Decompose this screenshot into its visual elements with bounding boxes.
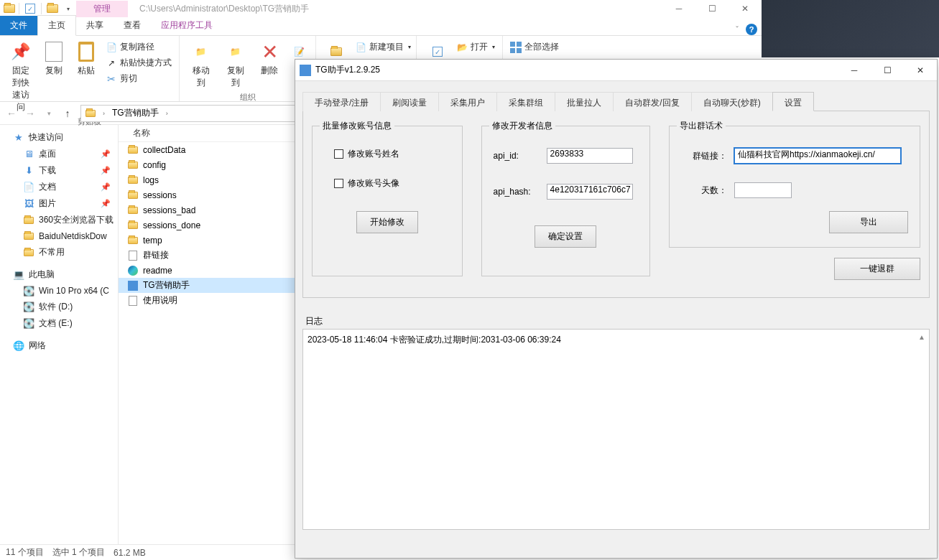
- move-to-button[interactable]: 📁移动到: [185, 39, 217, 90]
- properties-icon[interactable]: ✓: [22, 1, 38, 17]
- nav-forward-button[interactable]: →: [22, 105, 39, 122]
- log-textarea[interactable]: 2023-05-18 11:46:04 卡密验证成功,过期时间:2031-03-…: [302, 329, 930, 530]
- checkbox-icon[interactable]: [334, 149, 343, 159]
- app-exe-icon: [127, 280, 139, 291]
- group-batch-modify: 批量修改账号信息 修改账号姓名 修改账号头像 开始修改: [312, 126, 463, 276]
- api-hash-label: api_hash:: [494, 187, 547, 197]
- copy-to-button[interactable]: 📁复制到: [220, 39, 251, 90]
- scroll-up-icon[interactable]: ▲: [916, 331, 928, 342]
- nav-network[interactable]: 🌐网络: [0, 337, 118, 354]
- paste-button[interactable]: 粘贴: [71, 39, 101, 78]
- maximize-button[interactable]: ☐: [871, 60, 904, 81]
- group-link-label: 群链接：: [681, 150, 727, 162]
- checkbox-icon[interactable]: [334, 179, 343, 188]
- ribbon-tab-share[interactable]: 共享: [76, 16, 114, 35]
- list-item-name: sessions: [143, 190, 177, 200]
- desktop-icon: 🖥: [23, 149, 34, 160]
- copy-button[interactable]: 复制: [39, 39, 69, 78]
- cut-button[interactable]: ✂剪切: [104, 72, 173, 85]
- tg-tab[interactable]: 批量拉人: [555, 92, 614, 111]
- collapse-ribbon-icon[interactable]: ˇ: [736, 25, 739, 34]
- minimize-button[interactable]: ─: [838, 60, 871, 81]
- star-icon: ★: [13, 132, 24, 144]
- folder-icon: [127, 235, 139, 246]
- days-label: 天数：: [681, 185, 727, 197]
- tg-tab[interactable]: 自动群发/回复: [613, 92, 691, 111]
- minimize-button[interactable]: ─: [662, 0, 695, 17]
- list-item-name: 群链接: [143, 249, 169, 261]
- nav-quick-access[interactable]: ★快速访问: [0, 129, 118, 146]
- nav-back-button[interactable]: ←: [3, 105, 20, 122]
- confirm-settings-button[interactable]: 确定设置: [535, 225, 596, 248]
- nav-baidu[interactable]: BaiduNetdiskDow: [0, 228, 118, 244]
- chevron-icon[interactable]: ›: [163, 110, 171, 117]
- nav-pictures[interactable]: 🖼图片📌: [0, 195, 118, 212]
- chevron-icon[interactable]: ›: [100, 110, 108, 117]
- tg-tab[interactable]: 手动登录/注册: [302, 92, 381, 111]
- header-name[interactable]: 名称: [127, 127, 156, 139]
- paste-shortcut-button[interactable]: ↗粘贴快捷方式: [104, 56, 173, 70]
- new-item-button[interactable]: 📄新建项目▾: [353, 40, 412, 54]
- breadcrumb-root[interactable]: [81, 106, 100, 121]
- tg-title: TG助手v1.2.9.25: [315, 64, 380, 76]
- pin-icon: 📌: [101, 199, 114, 208]
- close-button[interactable]: ✕: [728, 0, 762, 17]
- breadcrumb-item[interactable]: TG营销助手: [108, 106, 163, 121]
- help-icon[interactable]: ?: [746, 24, 757, 35]
- nav-this-pc[interactable]: 💻此电脑: [0, 266, 118, 283]
- folder-icon: [127, 220, 139, 231]
- qat-dropdown-icon[interactable]: ▾: [60, 1, 76, 17]
- nav-drive-c[interactable]: 💽Win 10 Pro x64 (C: [0, 283, 118, 299]
- tg-tab[interactable]: 采集用户: [438, 92, 497, 111]
- tg-tab[interactable]: 采集群组: [496, 92, 555, 111]
- group-link-input[interactable]: 仙猫科技官网https://xianmaokeji.cn/: [734, 148, 901, 164]
- nav-up-button[interactable]: ↑: [59, 105, 76, 122]
- status-count: 11 个项目: [6, 546, 44, 559]
- nav-documents[interactable]: 📄文档📌: [0, 179, 118, 195]
- shortcut-icon: ↗: [106, 57, 117, 69]
- tg-tab[interactable]: 刷阅读量: [380, 92, 439, 111]
- nav-history-button[interactable]: ▾: [40, 105, 57, 122]
- select-all-button[interactable]: 全部选择: [509, 40, 560, 54]
- api-id-input[interactable]: 2693833: [547, 148, 633, 164]
- selectall-icon: [510, 42, 522, 53]
- nav-drive-e[interactable]: 💽文档 (E:): [0, 315, 118, 332]
- log-section: 日志 2023-05-18 11:46:04 卡密验证成功,过期时间:2031-…: [302, 315, 930, 530]
- network-icon: 🌐: [13, 340, 24, 352]
- download-icon: ⬇: [23, 165, 34, 177]
- ribbon-tab-view[interactable]: 查看: [114, 16, 151, 35]
- maximize-button[interactable]: ☐: [695, 0, 728, 17]
- pin-quickaccess-button[interactable]: 📌 固定到快 速访问: [6, 39, 36, 115]
- qat: ✓ ▾: [0, 1, 76, 17]
- tg-tab[interactable]: 设置: [772, 92, 814, 111]
- folder-icon: [127, 190, 139, 201]
- nav-desktop[interactable]: 🖥桌面📌: [0, 146, 118, 162]
- close-button[interactable]: ✕: [904, 60, 937, 81]
- export-button[interactable]: 导出: [829, 211, 908, 233]
- ribbon-right: ˇ ?: [736, 24, 762, 35]
- delete-button[interactable]: ✕删除: [254, 39, 285, 78]
- folder-icon: [127, 159, 139, 171]
- tg-tab[interactable]: 自动聊天(炒群): [691, 92, 773, 111]
- copy-path-button[interactable]: 📄复制路径: [104, 40, 173, 54]
- nav-browser-dl[interactable]: 360安全浏览器下载: [0, 212, 118, 228]
- days-input[interactable]: [734, 182, 792, 198]
- nav-drive-d[interactable]: 💽软件 (D:): [0, 299, 118, 315]
- nav-downloads[interactable]: ⬇下载📌: [0, 162, 118, 179]
- log-legend: 日志: [305, 315, 930, 327]
- chk-modify-name[interactable]: 修改账号姓名: [334, 148, 450, 160]
- pc-icon: 💻: [13, 269, 24, 281]
- new-folder-icon[interactable]: [45, 1, 60, 17]
- start-modify-button[interactable]: 开始修改: [356, 211, 418, 233]
- ribbon-tab-file[interactable]: 文件: [0, 16, 37, 35]
- api-hash-input[interactable]: 4e120317161c706c7: [547, 184, 633, 200]
- chk-modify-avatar[interactable]: 修改账号头像: [334, 177, 450, 190]
- open-button[interactable]: 📂打开▾: [455, 40, 496, 54]
- tg-settings-panel: 批量修改账号信息 修改账号姓名 修改账号头像 开始修改 修改开发者信息 api_…: [302, 111, 930, 298]
- nav-uncommon[interactable]: 不常用: [0, 244, 118, 261]
- separator: [19, 3, 19, 14]
- ribbon-tab-home[interactable]: 主页: [37, 15, 76, 36]
- ribbon-tab-apptools[interactable]: 应用程序工具: [151, 16, 223, 35]
- window-controls: ─ ☐ ✕: [662, 0, 762, 17]
- leave-all-groups-button[interactable]: 一键退群: [834, 258, 920, 280]
